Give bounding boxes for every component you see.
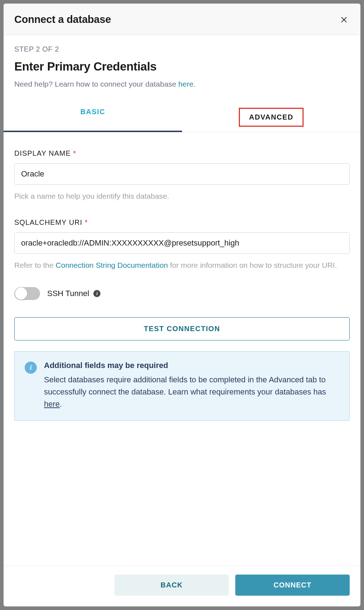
field-display-name: DISPLAY NAME * Pick a name to help you i… xyxy=(14,149,350,202)
modal-body: STEP 2 OF 2 Enter Primary Credentials Ne… xyxy=(4,35,360,566)
step-indicator: STEP 2 OF 2 xyxy=(14,45,350,53)
help-link[interactable]: here xyxy=(178,80,193,88)
tab-advanced-label: ADVANCED xyxy=(239,108,304,127)
help-text: Need help? Learn how to connect your dat… xyxy=(14,80,350,88)
display-name-input[interactable] xyxy=(14,163,350,185)
display-name-label: DISPLAY NAME * xyxy=(14,149,350,158)
close-icon xyxy=(340,15,348,24)
info-box-text: Select databases require additional fiel… xyxy=(44,374,339,410)
info-box-icon: i xyxy=(25,362,37,374)
info-box-title: Additional fields may be required xyxy=(44,361,339,370)
display-name-hint: Pick a name to help you identify this da… xyxy=(14,190,350,202)
tab-advanced[interactable]: ADVANCED xyxy=(182,103,360,132)
sqlalchemy-uri-input[interactable] xyxy=(14,232,350,254)
test-connection-button[interactable]: TEST CONNECTION xyxy=(14,317,350,340)
close-button[interactable] xyxy=(338,14,350,25)
info-box: i Additional fields may be required Sele… xyxy=(14,351,350,421)
tabs: BASIC ADVANCED xyxy=(4,103,360,132)
info-icon[interactable]: i xyxy=(93,290,100,297)
help-text-suffix: . xyxy=(193,80,196,88)
tab-basic-label: BASIC xyxy=(80,108,105,116)
sqlalchemy-uri-label: SQLALCHEMY URI * xyxy=(14,218,350,227)
tab-basic[interactable]: BASIC xyxy=(4,103,182,132)
modal-footer: BACK CONNECT xyxy=(4,566,360,606)
modal-header: Connect a database xyxy=(4,4,360,35)
section-title: Enter Primary Credentials xyxy=(14,60,350,73)
connection-string-doc-link[interactable]: Connection String Documentation xyxy=(56,261,168,269)
required-marker: * xyxy=(73,149,77,157)
info-box-content: Additional fields may be required Select… xyxy=(44,361,339,410)
connect-button[interactable]: CONNECT xyxy=(235,575,350,596)
sqlalchemy-uri-hint: Refer to the Connection String Documenta… xyxy=(14,260,350,271)
ssh-tunnel-label: SSH Tunnel i xyxy=(47,289,100,298)
ssh-tunnel-toggle[interactable] xyxy=(14,287,40,300)
back-button[interactable]: BACK xyxy=(114,575,229,596)
toggle-knob xyxy=(15,287,27,300)
field-sqlalchemy-uri: SQLALCHEMY URI * Refer to the Connection… xyxy=(14,218,350,271)
required-marker: * xyxy=(85,218,88,226)
info-box-link[interactable]: here xyxy=(44,400,60,408)
modal-title: Connect a database xyxy=(14,14,111,25)
connect-database-modal: Connect a database STEP 2 OF 2 Enter Pri… xyxy=(4,4,360,606)
ssh-tunnel-row: SSH Tunnel i xyxy=(14,287,350,300)
help-text-prefix: Need help? Learn how to connect your dat… xyxy=(14,80,178,88)
